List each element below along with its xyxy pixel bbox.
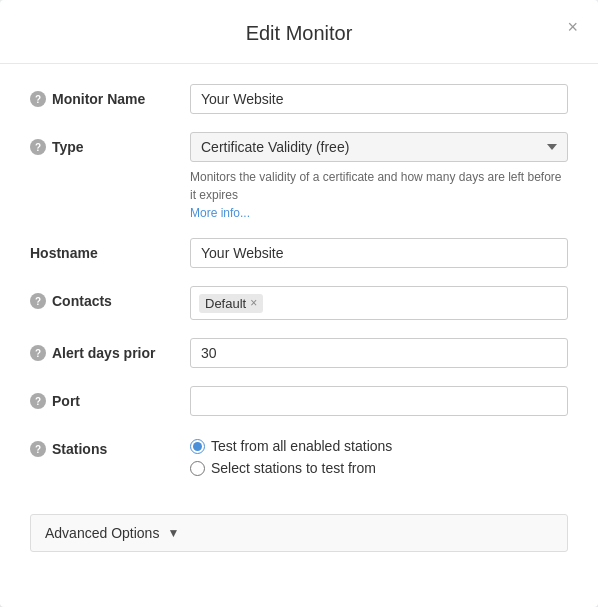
edit-monitor-modal: Edit Monitor × ? Monitor Name ? Type Cer [0, 0, 598, 607]
station-all-label: Test from all enabled stations [211, 438, 392, 454]
more-info-link[interactable]: More info... [190, 206, 250, 220]
hostname-label-col: Hostname [30, 238, 190, 261]
close-button[interactable]: × [563, 14, 582, 40]
advanced-options-button[interactable]: Advanced Options ▼ [31, 515, 567, 551]
type-input-col: Certificate Validity (free) HTTP Ping Po… [190, 132, 568, 220]
type-select[interactable]: Certificate Validity (free) HTTP Ping Po… [190, 132, 568, 162]
type-label: Type [52, 139, 84, 155]
alert-days-label-col: ? Alert days prior [30, 338, 190, 361]
monitor-name-row: ? Monitor Name [30, 84, 568, 114]
port-label: Port [52, 393, 80, 409]
modal-title: Edit Monitor [20, 22, 578, 45]
form-body: ? Monitor Name ? Type Certificate Validi… [0, 64, 598, 514]
monitor-name-label-col: ? Monitor Name [30, 84, 190, 107]
modal-header: Edit Monitor × [0, 0, 598, 64]
contacts-label-col: ? Contacts [30, 286, 190, 309]
contacts-tag-input[interactable]: Default × [190, 286, 568, 320]
stations-input-col: Test from all enabled stations Select st… [190, 434, 568, 476]
contact-tag-label: Default [205, 296, 246, 311]
monitor-name-input[interactable] [190, 84, 568, 114]
port-input[interactable] [190, 386, 568, 416]
alert-days-input-col [190, 338, 568, 368]
port-input-col [190, 386, 568, 416]
advanced-options-section: Advanced Options ▼ [30, 514, 568, 552]
contact-tag-remove-button[interactable]: × [250, 297, 257, 309]
advanced-options-label: Advanced Options [45, 525, 159, 541]
monitor-name-input-col [190, 84, 568, 114]
station-option-select[interactable]: Select stations to test from [190, 460, 568, 476]
alert-days-label: Alert days prior [52, 345, 155, 361]
stations-row: ? Stations Test from all enabled station… [30, 434, 568, 476]
stations-label-col: ? Stations [30, 434, 190, 457]
port-row: ? Port [30, 386, 568, 416]
station-select-label: Select stations to test from [211, 460, 376, 476]
chevron-down-icon: ▼ [167, 526, 179, 540]
monitor-name-label: Monitor Name [52, 91, 145, 107]
alert-days-help-icon[interactable]: ? [30, 345, 46, 361]
hostname-input[interactable] [190, 238, 568, 268]
type-help-icon[interactable]: ? [30, 139, 46, 155]
port-label-col: ? Port [30, 386, 190, 409]
contacts-row: ? Contacts Default × [30, 286, 568, 320]
alert-days-row: ? Alert days prior [30, 338, 568, 368]
hostname-row: Hostname [30, 238, 568, 268]
station-option-all[interactable]: Test from all enabled stations [190, 438, 568, 454]
stations-radio-group: Test from all enabled stations Select st… [190, 434, 568, 476]
type-label-col: ? Type [30, 132, 190, 155]
monitor-name-help-icon[interactable]: ? [30, 91, 46, 107]
port-help-icon[interactable]: ? [30, 393, 46, 409]
hostname-input-col [190, 238, 568, 268]
station-radio-all[interactable] [190, 439, 205, 454]
contact-tag-default: Default × [199, 294, 263, 313]
contacts-label: Contacts [52, 293, 112, 309]
type-description: Monitors the validity of a certificate a… [190, 168, 568, 204]
contacts-input-col: Default × [190, 286, 568, 320]
type-row: ? Type Certificate Validity (free) HTTP … [30, 132, 568, 220]
stations-label: Stations [52, 441, 107, 457]
stations-help-icon[interactable]: ? [30, 441, 46, 457]
hostname-label: Hostname [30, 245, 98, 261]
type-select-wrapper: Certificate Validity (free) HTTP Ping Po… [190, 132, 568, 162]
contacts-help-icon[interactable]: ? [30, 293, 46, 309]
station-radio-select[interactable] [190, 461, 205, 476]
alert-days-input[interactable] [190, 338, 568, 368]
